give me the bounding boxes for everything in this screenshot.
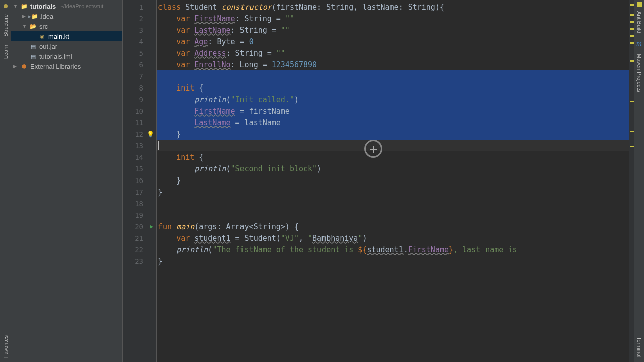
error-stripe-marker[interactable]	[630, 42, 634, 44]
code-line[interactable]: println("Init called.")	[157, 94, 629, 105]
line-number[interactable]: 7	[123, 70, 156, 82]
code-line[interactable]: var FirstName: String = ""	[157, 13, 629, 24]
folder-icon: ▸📁	[29, 12, 37, 20]
line-number[interactable]: 15	[123, 163, 156, 174]
line-number[interactable]: 16	[123, 174, 156, 186]
code-line[interactable]: }	[157, 186, 629, 198]
code-line[interactable]: init {	[157, 82, 629, 94]
file-icon: ▤	[29, 42, 37, 50]
tree-item-label: .idea	[39, 13, 53, 20]
line-number[interactable]: 8	[123, 82, 156, 94]
tree-item[interactable]: ▶▸📁.idea	[11, 11, 122, 21]
code-line[interactable]: FirstName = firstName	[157, 105, 629, 117]
right-tab-ant[interactable]: Ant Build	[635, 7, 643, 37]
run-gutter-icon[interactable]: ▶	[150, 223, 153, 230]
code-line[interactable]	[157, 209, 629, 221]
error-stripe-marker[interactable]	[630, 146, 634, 147]
error-stripe-marker[interactable]	[630, 60, 634, 62]
code-line[interactable]: }	[157, 128, 629, 140]
error-stripe-marker[interactable]	[630, 4, 634, 6]
code-line[interactable]: var Address: String = ""	[157, 47, 629, 59]
tree-item-label: src	[39, 23, 48, 30]
line-number[interactable]: 21	[123, 232, 156, 244]
code-line[interactable]	[157, 140, 629, 151]
tree-item-label: main.kt	[48, 33, 69, 40]
right-tool-strip: Ant Build m Maven Projects Terminal	[634, 0, 644, 362]
maven-icon: m	[636, 37, 642, 50]
line-number[interactable]: 4	[123, 36, 156, 47]
code-line[interactable]: LastName = lastName	[157, 117, 629, 128]
line-number[interactable]: 20▶	[123, 221, 156, 232]
analysis-status-icon[interactable]	[637, 2, 642, 7]
code-line[interactable]: init {	[157, 151, 629, 163]
library-icon: ⬢	[20, 62, 28, 70]
code-line[interactable]: var LastName: String = ""	[157, 24, 629, 36]
line-number[interactable]: 13	[123, 140, 156, 151]
line-number[interactable]: 23	[123, 255, 156, 267]
right-tab-maven[interactable]: Maven Projects	[635, 50, 643, 96]
tree-root[interactable]: ▼ 📁 tutorials ~/IdeaProjects/tut	[11, 1, 122, 11]
error-stripe[interactable]	[629, 0, 634, 362]
tree-item[interactable]: ▤tutorials.iml	[11, 51, 122, 61]
left-tab-favorites[interactable]: Favorites	[2, 331, 10, 362]
file-icon: ▤	[29, 52, 37, 60]
code-line[interactable]: var student1 = Student("VJ", "Bambhaniya…	[157, 232, 629, 244]
line-number[interactable]: 3	[123, 24, 156, 36]
line-number[interactable]: 10	[123, 105, 156, 117]
code-line[interactable]: var EnrollNo: Long = 1234567890	[157, 59, 629, 70]
error-stripe-marker[interactable]	[630, 14, 634, 16]
line-number[interactable]: 9	[123, 94, 156, 105]
code-line[interactable]: class Student constructor(firstName: Str…	[157, 1, 629, 13]
line-number[interactable]: 18	[123, 198, 156, 209]
code-line[interactable]: }	[157, 174, 629, 186]
code-line[interactable]	[157, 198, 629, 209]
text-caret	[158, 141, 159, 150]
left-tab-learn[interactable]: Learn	[2, 41, 10, 63]
project-tree[interactable]: ▼ 📁 tutorials ~/IdeaProjects/tut ▶▸📁.ide…	[11, 0, 123, 362]
line-number[interactable]: 11	[123, 117, 156, 128]
tree-item-label: tutorials.iml	[39, 53, 72, 60]
tree-item[interactable]: ▤out.jar	[11, 41, 122, 51]
code-line[interactable]	[157, 70, 629, 82]
line-number[interactable]: 5	[123, 47, 156, 59]
folder-icon: 📂	[29, 22, 37, 30]
code-line[interactable]: println("Second init block")	[157, 163, 629, 174]
error-stripe-marker[interactable]	[630, 21, 634, 23]
editor[interactable]: 123456789101112💡1314151617181920▶212223 …	[123, 0, 634, 362]
line-number[interactable]: 22	[123, 244, 156, 255]
line-number[interactable]: 19	[123, 209, 156, 221]
intention-bulb-icon[interactable]: 💡	[147, 131, 154, 138]
error-stripe-marker[interactable]	[630, 35, 634, 37]
line-number-gutter[interactable]: 123456789101112💡1314151617181920▶212223	[123, 0, 157, 362]
folder-icon: 📁	[20, 2, 28, 10]
line-number[interactable]: 1	[123, 1, 156, 13]
left-tool-strip: Structure Learn Favorites	[0, 0, 11, 362]
tree-item[interactable]: ▼📂src	[11, 21, 122, 31]
line-number[interactable]: 2	[123, 13, 156, 24]
right-tab-terminal[interactable]: Terminal	[635, 333, 643, 362]
left-tab-structure[interactable]: Structure	[2, 10, 10, 41]
tree-item[interactable]: ◉main.kt	[11, 31, 122, 41]
kotlin-file-icon: ◉	[38, 32, 46, 40]
bulb-indicator	[4, 4, 8, 8]
code-area[interactable]: class Student constructor(firstName: Str…	[157, 0, 629, 362]
code-line[interactable]: fun main(args: Array<String>) {	[157, 221, 629, 232]
error-stripe-marker[interactable]	[630, 101, 634, 102]
line-number[interactable]: 14	[123, 151, 156, 163]
code-line[interactable]: }	[157, 255, 629, 267]
error-stripe-marker[interactable]	[630, 28, 634, 30]
tree-item-label: out.jar	[39, 43, 57, 50]
line-number[interactable]: 6	[123, 59, 156, 70]
line-number[interactable]: 12💡	[123, 128, 156, 140]
error-stripe-marker[interactable]	[630, 131, 634, 132]
tree-external-libs[interactable]: ▶ ⬢ External Libraries	[11, 61, 122, 71]
line-number[interactable]: 17	[123, 186, 156, 198]
code-line[interactable]: println("The fistName of the student is …	[157, 244, 629, 255]
code-line[interactable]: var Age: Byte = 0	[157, 36, 629, 47]
